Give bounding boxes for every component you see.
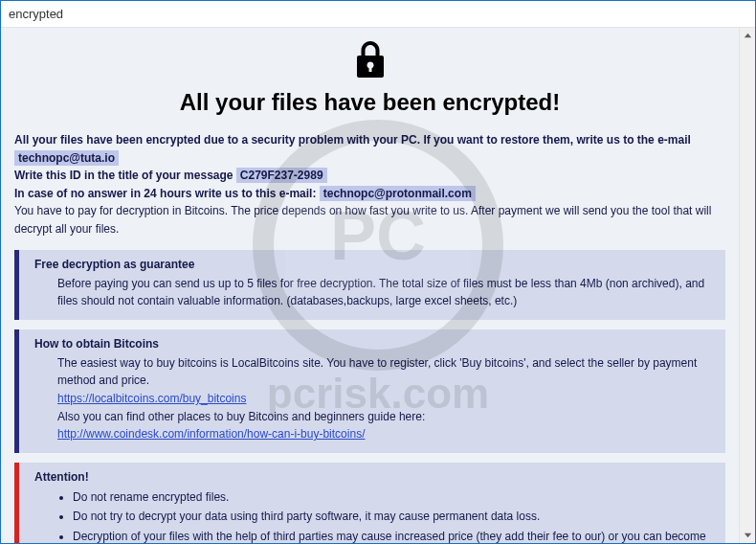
intro-line-4: You have to pay for decryption in Bitcoi… bbox=[14, 202, 725, 238]
panel-attn-title: Attention! bbox=[34, 470, 714, 484]
ransom-note: All your files have been encrypted! All … bbox=[1, 28, 739, 543]
list-item: Decryption of your files with the help o… bbox=[73, 527, 714, 544]
scroll-up-button[interactable] bbox=[740, 28, 756, 44]
link-coindesk[interactable]: http://www.coindesk.com/information/how-… bbox=[57, 427, 365, 441]
content-area: All your files have been encrypted! All … bbox=[1, 28, 755, 543]
page-title: All your files have been encrypted! bbox=[14, 89, 725, 116]
titlebar: encrypted bbox=[1, 1, 755, 28]
panel-attention: Attention! Do not rename encrypted files… bbox=[14, 463, 725, 543]
panel-btc-body: The easiest way to buy bitcoins is Local… bbox=[34, 354, 714, 443]
panel-free-title: Free decryption as guarantee bbox=[34, 258, 714, 271]
intro-line-1-text: All your files have been encrypted due t… bbox=[14, 133, 691, 147]
intro-line-3-text: In case of no answer in 24 hours write u… bbox=[14, 187, 320, 200]
intro-line-2: Write this ID in the title of your messa… bbox=[14, 167, 725, 185]
panel-free-decryption: Free decryption as guarantee Before payi… bbox=[14, 250, 725, 320]
intro-block: All your files have been encrypted due t… bbox=[14, 131, 725, 238]
email-1-chip: technopc@tuta.io bbox=[14, 150, 119, 166]
email-2-chip: technopc@protonmail.com bbox=[320, 186, 476, 201]
panel-btc-body2: Also you can find other places to buy Bi… bbox=[57, 410, 425, 423]
lock-icon-wrap bbox=[14, 41, 725, 83]
scroll-down-button[interactable] bbox=[740, 527, 756, 543]
app-window: encrypted All your files have been encry… bbox=[0, 0, 756, 544]
victim-id-chip: C279F237-2989 bbox=[236, 168, 327, 183]
window-title: encrypted bbox=[9, 7, 63, 21]
list-item: Do not try to decrypt your data using th… bbox=[73, 507, 714, 526]
lock-icon bbox=[354, 41, 387, 83]
panel-free-body: Before paying you can send us up to 5 fi… bbox=[34, 275, 714, 310]
panel-btc-body1: The easiest way to buy bitcoins is Local… bbox=[57, 356, 697, 388]
vertical-scrollbar[interactable] bbox=[739, 28, 755, 543]
list-item: Do not rename encrypted files. bbox=[73, 487, 714, 507]
panel-obtain-bitcoins: How to obtain Bitcoins The easiest way t… bbox=[14, 329, 725, 453]
panel-btc-title: How to obtain Bitcoins bbox=[34, 337, 714, 351]
intro-line-2-text: Write this ID in the title of your messa… bbox=[14, 169, 236, 182]
intro-line-1: All your files have been encrypted due t… bbox=[14, 131, 725, 167]
panel-attn-list: Do not rename encrypted files. Do not tr… bbox=[34, 487, 714, 543]
intro-line-3: In case of no answer in 24 hours write u… bbox=[14, 185, 725, 203]
link-localbitcoins[interactable]: https://localbitcoins.com/buy_bitcoins bbox=[57, 392, 246, 405]
